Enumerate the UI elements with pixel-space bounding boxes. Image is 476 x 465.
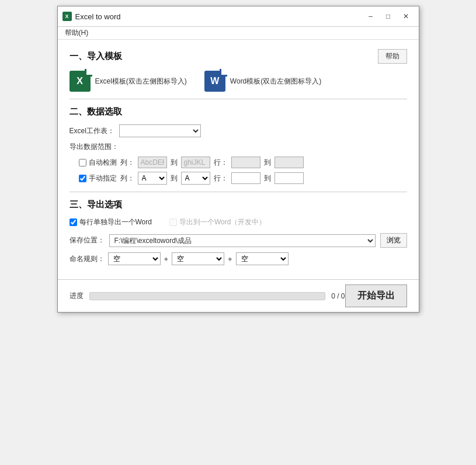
- manual-col-to-select[interactable]: ABCDE: [181, 172, 210, 185]
- naming-select-2[interactable]: 空列A列B: [172, 252, 224, 265]
- progress-count: 0 / 0: [331, 292, 345, 300]
- template-row: X Excel模板(双击左侧图标导入) W Word模板(双击左侧图标导入): [70, 71, 407, 92]
- save-location-label: 保存位置：: [70, 235, 105, 245]
- manual-checkbox[interactable]: [79, 175, 86, 182]
- window-controls: – □ ✕: [363, 10, 414, 23]
- browse-button[interactable]: 浏览: [380, 233, 407, 248]
- auto-row-to-label: 到: [264, 158, 271, 168]
- auto-col-label: 列：: [120, 158, 134, 168]
- manual-row-label: 行：: [214, 173, 228, 183]
- manual-row-to-input[interactable]: [275, 172, 304, 184]
- data-selection-section: 二、数据选取 Excel工作表： 导出数据范围： 自动检测 列：: [70, 106, 407, 185]
- divider2: [70, 192, 407, 192]
- divider1: [70, 99, 407, 99]
- manual-checkbox-label[interactable]: 手动指定: [79, 173, 117, 183]
- word-template-item[interactable]: W Word模板(双击左侧图标导入): [204, 71, 321, 92]
- plus-icon-1: +: [164, 255, 169, 263]
- each-row-label: 每行单独导出一个Word: [79, 217, 152, 227]
- app-icon: X: [62, 12, 72, 21]
- help-menu[interactable]: 帮助(H): [62, 27, 91, 38]
- title-bar: X Excel to word – □ ✕: [58, 6, 419, 27]
- worksheet-dropdown[interactable]: [119, 124, 201, 137]
- save-location-row: 保存位置： F:\编程\exceltoword\成品 浏览: [70, 233, 407, 248]
- word-icon: W: [204, 71, 225, 92]
- plus-icon-2: +: [228, 255, 232, 263]
- menu-bar: 帮助(H): [58, 27, 419, 40]
- auto-detect-checkbox-label[interactable]: 自动检测: [79, 158, 117, 168]
- auto-row-label: 行：: [214, 158, 228, 168]
- worksheet-label: Excel工作表：: [70, 126, 114, 136]
- start-export-button[interactable]: 开始导出: [345, 284, 407, 307]
- one-word-checkbox[interactable]: [169, 218, 177, 226]
- manual-row-to-label: 到: [264, 173, 271, 183]
- progress-section: 进度 0 / 0 开始导出: [58, 279, 419, 312]
- progress-left: 进度 0 / 0: [70, 291, 345, 301]
- export-options-row: 每行单独导出一个Word 导出到一个Word（开发中）: [70, 217, 407, 227]
- worksheet-row: Excel工作表：: [70, 124, 407, 137]
- manual-label: 手动指定: [89, 173, 117, 183]
- section3-title: 三、导出选项: [70, 199, 407, 210]
- naming-select-3[interactable]: 空列A列B: [236, 252, 289, 265]
- import-template-section: 一、导入模板 帮助 X Excel模板(双击左侧图标导入) W Word模板(双…: [70, 49, 407, 92]
- manual-col-from-select[interactable]: ABCDE: [138, 172, 167, 185]
- main-content: 一、导入模板 帮助 X Excel模板(双击左侧图标导入) W Word模板(双…: [58, 40, 419, 279]
- auto-col-from-input: [138, 157, 167, 168]
- auto-detect-row: 自动检测 列： 到 行： 到: [79, 157, 407, 168]
- auto-row-from-input: [231, 157, 260, 168]
- minimize-button[interactable]: –: [363, 10, 379, 23]
- word-template-label: Word模板(双击左侧图标导入): [230, 77, 321, 86]
- auto-col-to-input: [181, 157, 210, 168]
- naming-select-1[interactable]: 空列A列B: [108, 252, 161, 265]
- main-window: X Excel to word – □ ✕ 帮助(H) 一、导入模板 帮助 X: [57, 6, 419, 313]
- export-options-section: 三、导出选项 每行单独导出一个Word 导出到一个Word（开发中） 保存位置：…: [70, 199, 407, 265]
- export-range-label-row: 导出数据范围：: [70, 142, 407, 152]
- auto-detect-checkbox[interactable]: [79, 159, 86, 166]
- export-range-label: 导出数据范围：: [70, 142, 119, 152]
- section1-title: 一、导入模板 帮助: [70, 49, 407, 64]
- excel-template-item[interactable]: X Excel模板(双击左侧图标导入): [70, 71, 187, 92]
- each-row-checkbox-label[interactable]: 每行单独导出一个Word: [70, 217, 152, 227]
- naming-rule-row: 命名规则： 空列A列B + 空列A列B + 空列A列B: [70, 252, 407, 265]
- each-row-checkbox[interactable]: [70, 218, 77, 226]
- excel-icon: X: [70, 71, 91, 92]
- auto-col-to-label: 到: [171, 158, 178, 168]
- manual-col-label: 列：: [120, 173, 134, 183]
- manual-row-from-input[interactable]: [231, 172, 260, 184]
- help-button[interactable]: 帮助: [378, 49, 407, 64]
- save-path-select[interactable]: F:\编程\exceltoword\成品: [109, 234, 376, 247]
- progress-label: 进度: [70, 291, 84, 301]
- one-word-label: 导出到一个Word（开发中）: [179, 217, 266, 227]
- progress-bar: [89, 292, 326, 300]
- close-button[interactable]: ✕: [398, 10, 414, 23]
- restore-button[interactable]: □: [380, 10, 397, 23]
- auto-row-to-input: [275, 157, 304, 168]
- auto-detect-label: 自动检测: [89, 158, 117, 168]
- window-title: Excel to word: [75, 12, 363, 21]
- naming-rule-label: 命名规则：: [70, 254, 105, 264]
- manual-row: 手动指定 列： ABCDE 到 ABCDE 行： 到: [79, 172, 407, 185]
- section2-title: 二、数据选取: [70, 106, 407, 117]
- one-word-checkbox-label[interactable]: 导出到一个Word（开发中）: [169, 217, 266, 227]
- excel-template-label: Excel模板(双击左侧图标导入): [95, 77, 187, 86]
- manual-col-to-label: 到: [171, 173, 178, 183]
